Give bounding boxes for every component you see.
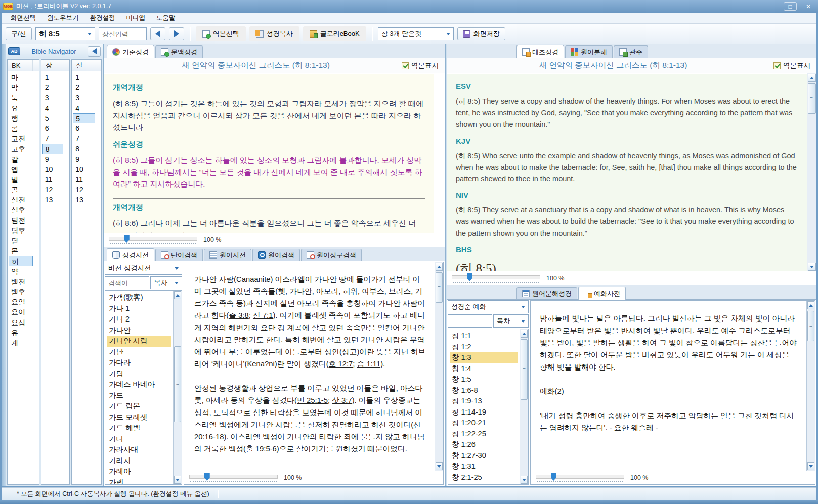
verse-item[interactable]: 6 (72, 123, 101, 133)
index-combo[interactable]: 목차 (493, 314, 529, 328)
close-button[interactable]: ✕ (802, 2, 815, 11)
dictionary-entry[interactable]: 가나안 (107, 325, 171, 336)
version-select-button[interactable]: 역본선택 (196, 26, 246, 41)
dictionary-entry[interactable]: 가다라 (107, 357, 171, 369)
dictionary-entry[interactable]: 가레아 (107, 466, 171, 477)
chapter-item[interactable]: 9 (41, 154, 70, 164)
dictionary-entry[interactable]: 가디 (107, 434, 171, 445)
book-item[interactable]: 행 (8, 113, 39, 123)
version-display-toggle[interactable]: 역본표시 (773, 61, 810, 70)
verse-item[interactable]: 5 (73, 113, 95, 123)
verse-item[interactable]: 10 (72, 164, 101, 174)
menu-item[interactable]: 미니앱 (121, 13, 151, 23)
layout-preset-combo[interactable]: 창 3개 닫은것 (378, 27, 454, 40)
book-item[interactable]: 딛 (8, 236, 39, 246)
illustration-ref[interactable]: 창 1:9-13 (450, 396, 518, 407)
scrollbar-thumb[interactable] (174, 346, 181, 422)
scroll-down-icon[interactable] (174, 476, 181, 484)
illustration-ref[interactable]: 창 1:22-25 (450, 429, 518, 440)
tab[interactable]: 성경사전 (107, 248, 154, 261)
chapter-item[interactable]: 6 (41, 123, 70, 133)
verse-item[interactable]: 3 (72, 93, 101, 103)
scroll-down-icon[interactable] (807, 462, 814, 470)
tab[interactable]: 문맥성경 (155, 45, 203, 58)
scroll-down-icon[interactable] (808, 263, 816, 271)
book-item[interactable]: 몬 (8, 246, 39, 256)
next-verse-button[interactable] (169, 27, 184, 40)
scroll-up-icon[interactable] (174, 291, 181, 299)
version-display-toggle[interactable]: 역본표시 (402, 61, 439, 70)
chapter-item[interactable]: 2 (41, 82, 70, 93)
dictionary-entry[interactable]: 가객(歌客) (107, 292, 171, 303)
zoom-slider[interactable] (109, 235, 197, 244)
illustration-ref[interactable]: 창 1:31 (450, 461, 518, 472)
illustration-ref[interactable]: 창 1:1 (450, 331, 518, 342)
illustration-list-scrollbar[interactable] (520, 329, 528, 484)
verse-input[interactable] (99, 27, 147, 40)
version-name[interactable]: KJV (456, 136, 799, 145)
version-name[interactable]: ESV (456, 82, 799, 90)
chapter-item[interactable]: 5 (41, 113, 70, 123)
dictionary-entry[interactable]: 가드 림몬 (107, 401, 171, 412)
book-item[interactable]: 요 (8, 103, 39, 113)
tab[interactable]: 단어검색 (155, 249, 203, 261)
dictionary-entry[interactable]: 가담 (107, 369, 171, 380)
slider-thumb[interactable] (204, 473, 210, 481)
tab[interactable]: 예화사전 (578, 287, 626, 300)
verse-column-header[interactable]: 절 (72, 60, 101, 71)
version-name[interactable]: 개역개정 (113, 203, 425, 212)
comparison-scrollbar[interactable] (807, 73, 816, 271)
slider-thumb[interactable] (467, 273, 472, 281)
chapter-item[interactable]: 7 (41, 133, 70, 144)
checkbox-checked-icon[interactable] (402, 62, 409, 69)
dictionary-list-scrollbar[interactable] (173, 291, 182, 484)
book-item[interactable]: 막 (8, 82, 39, 93)
verse-item[interactable]: 9 (72, 154, 101, 164)
tab[interactable]: 원어검색 (252, 249, 300, 261)
illustration-ref[interactable]: 창 1:2 (450, 342, 518, 353)
minimize-button[interactable]: — (765, 2, 779, 11)
illustration-ref[interactable]: 창 2:1-25 (450, 472, 518, 483)
chapter-item[interactable]: 8 (42, 144, 64, 154)
book-item[interactable]: 요이 (8, 307, 39, 317)
illustration-scrollbar[interactable] (806, 301, 815, 471)
scroll-up-icon[interactable] (436, 263, 443, 271)
zoom-slider[interactable] (536, 473, 624, 482)
verse-item[interactable]: 12 (72, 185, 101, 195)
illustration-ref[interactable]: 창 1:4 (450, 363, 518, 375)
tab[interactable]: 대조성경 (516, 45, 564, 58)
illustration-ref[interactable]: 창 1:27-30 (450, 450, 518, 462)
version-name[interactable]: NIV (456, 191, 799, 199)
verse-item[interactable]: 13 (72, 195, 101, 205)
verse-item[interactable]: 8 (72, 144, 101, 154)
dictionary-select-combo[interactable]: 비전 성경사전 (105, 262, 182, 275)
version-name[interactable]: 개역개정 (113, 83, 425, 93)
illustration-ref[interactable]: 창 1:6-8 (450, 385, 518, 396)
index-combo[interactable]: 목차 (150, 276, 182, 289)
book-reference-combo[interactable]: 히 8:5 (35, 27, 95, 40)
version-name[interactable]: BHS (456, 245, 799, 254)
book-item[interactable]: 고후 (8, 144, 39, 154)
tab[interactable]: 관주 (614, 45, 648, 58)
article-scrollbar[interactable] (435, 262, 443, 471)
book-item[interactable]: 벧전 (8, 277, 39, 287)
book-item[interactable]: 약 (8, 266, 39, 277)
book-item[interactable]: 벧후 (8, 287, 39, 297)
chapter-item[interactable]: 1 (41, 72, 70, 82)
zoom-slider[interactable] (189, 473, 278, 482)
scroll-up-icon[interactable] (808, 74, 816, 82)
book-item[interactable]: 골 (8, 185, 39, 195)
tab[interactable]: 원어성구검색 (301, 249, 362, 261)
testament-toggle-button[interactable]: 구/신 (6, 27, 32, 40)
book-column-header[interactable]: BK (8, 60, 39, 71)
dictionary-entry[interactable]: 가드 (107, 390, 171, 401)
verse-item[interactable]: 2 (72, 82, 101, 93)
chapter-item[interactable]: 10 (41, 164, 70, 174)
book-item[interactable]: 엡 (8, 164, 39, 174)
screen-save-button[interactable]: 화면저장 (457, 27, 505, 40)
scrollbar-thumb[interactable] (808, 83, 816, 114)
illustration-ref[interactable]: 창 1:5 (450, 374, 518, 385)
slider-thumb[interactable] (124, 235, 130, 243)
tab[interactable]: 원어분해 (565, 45, 613, 58)
slider-thumb[interactable] (551, 473, 556, 481)
